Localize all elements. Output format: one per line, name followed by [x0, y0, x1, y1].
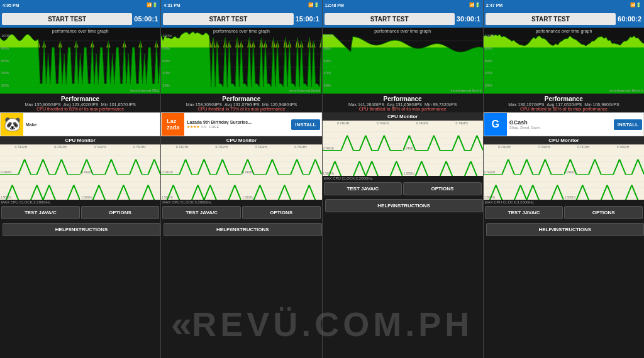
cpu-freq-bottom: 1.50GHz — [242, 196, 253, 199]
cpu-monitor-label: CPU Monitor — [323, 112, 483, 121]
stats-values: Max 135,906GIPS Avg 123,402GIPS Min 101,… — [1, 102, 159, 107]
help-instructions-button[interactable]: HELP/INSTRUCTIONS — [486, 223, 644, 236]
cpu-grid: 0.74GHz0.74GHz1.50GHz1.50GHz — [484, 149, 644, 200]
freq-label: 0.74GHz — [119, 145, 159, 149]
status-time: 4:05 PM — [3, 3, 19, 8]
header-row: START TEST 30:00:1 — [323, 10, 483, 28]
perf-graph-svg — [323, 28, 483, 94]
cpu-cell-1: 0.74GHz — [242, 149, 321, 175]
cpu-freq-bottom: 1.50GHz — [484, 196, 496, 199]
help-instructions-button[interactable]: HELP/INSTRUCTIONS — [3, 223, 160, 236]
stats-values: Max 136,107GIPS Avg 117,052GIPS Min 106,… — [485, 102, 643, 107]
help-instructions-button[interactable]: HELP/INSTRUCTIONS — [164, 223, 321, 236]
test-java-button[interactable]: TEST JAVA/C — [324, 182, 402, 195]
options-button[interactable]: OPTIONS — [403, 182, 482, 195]
y-axis-label: 20% — [324, 84, 333, 87]
cpu-freq-bottom: 1.50GHz — [323, 172, 335, 175]
freq-label: 0.74GHz — [202, 145, 242, 149]
perf-graph-svg — [0, 28, 160, 94]
timer-display: 05:00:1 — [134, 15, 160, 23]
freq-label: 0.74GHz — [402, 121, 442, 125]
test-java-button[interactable]: TEST JAVA/C — [162, 206, 241, 219]
help-instructions-button[interactable]: HELP/INSTRUCTIONS — [325, 199, 483, 212]
stat-min: Min 101,657GIPS — [101, 102, 136, 107]
status-bar: 12:48 PM 📶🔋 — [323, 0, 483, 10]
options-button[interactable]: OPTIONS — [564, 206, 643, 219]
test-java-button[interactable]: TEST JAVA/C — [485, 206, 564, 219]
button-row: TEST JAVA/COPTIONS — [161, 205, 321, 220]
cpu-freq-bottom: 0.74GHz — [242, 171, 253, 174]
cpu-grid: 0.74GHz0.74GHz1.50GHz1.50GHz — [0, 149, 160, 200]
cpu-freq-bottom: 0.74GHz — [81, 171, 92, 174]
options-button[interactable]: OPTIONS — [242, 206, 321, 219]
ad-install-button[interactable]: INSTALL — [614, 119, 642, 130]
cpu-cell-0: 0.74GHz — [0, 149, 80, 175]
perf-graph: performance over time graph100%80%60%40%… — [484, 28, 644, 94]
time-interval-label: time(interval 30s) — [130, 89, 159, 92]
test-java-button[interactable]: TEST JAVA/C — [1, 206, 80, 219]
cpu-cell-3: 1.50GHz — [80, 175, 160, 200]
status-time: 2:47 PM — [486, 3, 502, 8]
ad-install-button[interactable]: INSTALL — [291, 119, 319, 130]
start-test-button[interactable]: START TEST — [163, 13, 293, 25]
y-axis-label: 60% — [1, 59, 11, 63]
cpu-monitor-label: CPU Monitor — [0, 136, 160, 144]
y-axis-label: 80% — [162, 46, 172, 50]
start-test-button[interactable]: START TEST — [2, 13, 132, 25]
y-axis-label: 100% — [485, 34, 494, 38]
timer-display: 60:00:2 — [618, 15, 644, 23]
freq-label: 0.74GHz — [162, 145, 202, 149]
cpu-cell-0: 0.74GHz — [161, 149, 241, 175]
panels-container: 4:05 PM 📶🔋 START TEST 05:00:1 performanc… — [0, 0, 644, 358]
stat-min: Min 106,980GIPS — [584, 102, 619, 107]
start-test-button[interactable]: START TEST — [486, 13, 616, 25]
ad-content: GCash Shop. Send. Save. — [507, 118, 613, 131]
ad-banner[interactable]: 🐼 Make — [0, 112, 160, 136]
options-button[interactable]: OPTIONS — [81, 206, 160, 219]
freq-labels-row: 0.74GHz0.74GHz0.74GHz0.74GHz — [0, 144, 160, 149]
ad-banner[interactable]: Lazzada Lazada 9th Birthday Surprise... … — [161, 112, 321, 136]
status-icons: 📶🔋 — [147, 3, 158, 8]
stat-max: Max 158,309GIPS — [186, 102, 222, 107]
stat-avg: Avg 131,079GIPS — [225, 102, 260, 107]
stats-title: Performance — [485, 95, 643, 102]
cpu-monitor-label: CPU Monitor — [161, 136, 321, 144]
cpu-grid: 0.74GHz0.74GHz1.50GHz1.50GHz — [323, 126, 483, 176]
status-bar: 4:05 PM 📶🔋 — [0, 0, 160, 10]
y-axis-label: 20% — [485, 84, 494, 87]
panel-4: 2:47 PM 📶🔋 START TEST 60:00:2 performanc… — [484, 0, 644, 358]
cpu-monitor-label: CPU Monitor — [484, 136, 644, 144]
timer-display: 30:00:1 — [457, 15, 483, 23]
panel-3: 12:48 PM 📶🔋 START TEST 30:00:1 performan… — [323, 0, 484, 358]
panel-2: 4:31 PM 📶🔋 START TEST 15:00:1 performanc… — [161, 0, 322, 358]
stat-min: Min 99,732GIPS — [425, 102, 457, 107]
cpu-cell-2: 1.50GHz — [484, 175, 564, 200]
timer-display: 15:00:1 — [296, 15, 322, 23]
max-cpu-label: MAX CPU CLOCK:2,200GHz — [323, 176, 483, 181]
time-interval-label: time(interval 10min) — [609, 89, 643, 92]
time-interval-label: time(interval 5min) — [450, 89, 481, 92]
panel-1: 4:05 PM 📶🔋 START TEST 05:00:1 performanc… — [0, 0, 161, 358]
perf-graph: performance over time graph100%80%60%40%… — [161, 28, 321, 94]
freq-label: 0.74GHz — [485, 145, 525, 149]
freq-label: 0.74GHz — [281, 145, 321, 149]
button-row: TEST JAVA/COPTIONS — [323, 181, 483, 197]
max-cpu-label: MAX CPU CLOCK:3,200GHz — [484, 200, 644, 205]
graph-label: performance over time graph — [213, 29, 270, 33]
y-axis-label: 40% — [324, 71, 333, 75]
freq-label: 0.74GHz — [525, 145, 564, 149]
graph-label: performance over time graph — [374, 29, 431, 33]
start-test-button[interactable]: START TEST — [325, 13, 455, 25]
max-cpu-label: MAX CPU CLOCK:3,200GHz — [161, 200, 321, 205]
stats-row: Performance Max 136,107GIPS Avg 117,052G… — [484, 94, 644, 112]
ad-banner[interactable]: G GCash Shop. Send. Save. INSTALL — [484, 112, 644, 136]
freq-label: 0.74GHz — [41, 145, 80, 149]
perf-graph: performance over time graph100%80%60%40%… — [0, 28, 160, 94]
cpu-freq-bottom: 0.74GHz — [484, 171, 496, 174]
freq-label: 0.74GHz — [324, 121, 364, 125]
cpu-cell-3: 1.50GHz — [403, 151, 483, 176]
freq-labels-row: 0.74GHz0.74GHz0.74GHz0.74GHz — [161, 144, 321, 149]
ad-content: Make — [23, 121, 160, 128]
status-icons: 📶🔋 — [308, 3, 319, 8]
stat-min: Min 120,948GIPS — [262, 102, 297, 107]
